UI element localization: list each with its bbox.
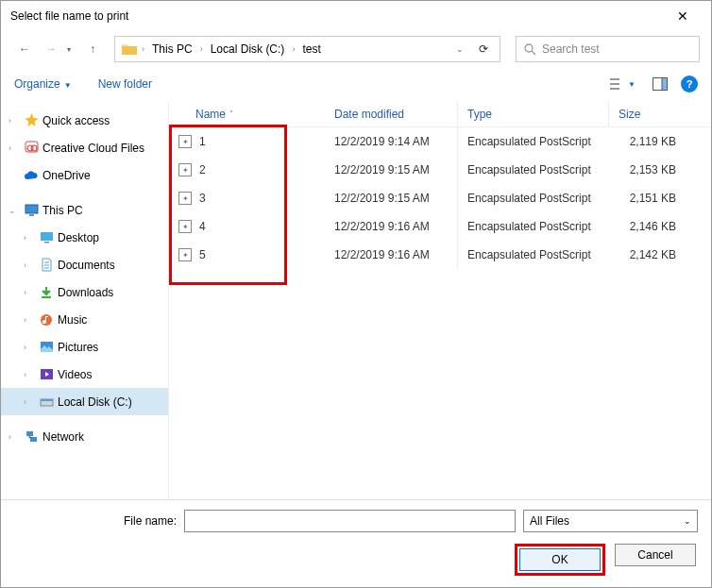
network-icon (22, 430, 41, 443)
up-icon[interactable]: ↑ (82, 39, 103, 59)
view-menu-icon[interactable] (605, 74, 628, 94)
sidebar-item-documents[interactable]: ›Documents (1, 251, 168, 278)
sidebar-item-quick-access[interactable]: › Quick access (1, 107, 168, 134)
chevron-right-icon[interactable]: › (24, 397, 37, 407)
sidebar-item-network[interactable]: ›Network (1, 423, 168, 450)
file-size: 2,119 KB (608, 135, 693, 148)
chevron-right-icon[interactable]: › (198, 44, 205, 54)
sidebar-item-local-disk[interactable]: ›Local Disk (C:) (1, 388, 168, 415)
cancel-button[interactable]: Cancel (615, 544, 696, 566)
filename-input[interactable] (184, 510, 516, 532)
file-row[interactable]: ✦312/2/2019 9:15 AMEncapsulated PostScri… (169, 184, 711, 212)
ok-button[interactable]: OK (519, 548, 601, 571)
forward-icon[interactable]: → (41, 39, 61, 59)
sidebar-item-onedrive[interactable]: OneDrive (1, 161, 168, 189)
document-icon (37, 258, 56, 272)
chevron-down-icon: ▼ (64, 81, 72, 90)
chevron-down-icon: ⌄ (684, 516, 691, 526)
chevron-right-icon[interactable]: › (24, 233, 37, 243)
organize-button[interactable]: Organize▼ (14, 77, 72, 91)
cloud-icon (22, 170, 41, 181)
file-icon: ✦ (178, 248, 192, 261)
file-type: Encapsulated PostScript (457, 212, 608, 241)
file-size: 2,142 KB (608, 248, 693, 261)
svg-rect-3 (662, 78, 668, 91)
file-list: ✦112/2/2019 9:14 AMEncapsulated PostScri… (169, 127, 711, 499)
file-icon: ✦ (178, 220, 192, 233)
file-type: Encapsulated PostScript (457, 127, 608, 156)
file-size: 2,146 KB (608, 220, 693, 233)
help-icon[interactable]: ? (681, 76, 698, 92)
crumb-localdisk[interactable]: Local Disk (C:) (205, 42, 291, 56)
file-icon: ✦ (178, 163, 192, 176)
col-size[interactable]: Size (608, 101, 693, 126)
file-name: 2 (199, 163, 206, 176)
chevron-right-icon[interactable]: › (8, 116, 22, 126)
file-date: 12/2/2019 9:14 AM (325, 135, 457, 148)
crumb-thispc[interactable]: This PC (146, 42, 198, 56)
recent-dropdown-icon[interactable]: ▾ (67, 45, 71, 54)
star-icon (22, 113, 41, 127)
chevron-right-icon[interactable]: › (24, 370, 37, 379)
chevron-down-icon[interactable]: ▼ (628, 80, 636, 89)
sidebar-item-music[interactable]: ›Music (1, 306, 168, 333)
svg-rect-15 (41, 399, 53, 401)
svg-rect-10 (44, 242, 49, 244)
file-size: 2,153 KB (608, 163, 693, 176)
sidebar-item-videos[interactable]: ›Videos (1, 361, 168, 388)
chevron-right-icon[interactable]: › (8, 143, 22, 153)
address-bar[interactable]: › This PC › Local Disk (C:) › test ⌄ ⟳ (114, 36, 500, 62)
svg-rect-16 (26, 431, 33, 436)
col-name[interactable]: Name˄ (169, 108, 325, 121)
chevron-right-icon[interactable]: › (8, 432, 22, 442)
chevron-right-icon[interactable]: › (24, 288, 37, 297)
file-type: Encapsulated PostScript (457, 156, 608, 184)
sidebar-item-creative-cloud[interactable]: › Creative Cloud Files (1, 134, 168, 161)
chevron-right-icon[interactable]: › (24, 315, 37, 325)
sidebar-item-desktop[interactable]: ›Desktop (1, 224, 168, 251)
refresh-icon[interactable]: ⟳ (471, 42, 496, 56)
filename-label: File name: (14, 514, 177, 528)
file-row[interactable]: ✦112/2/2019 9:14 AMEncapsulated PostScri… (169, 127, 711, 156)
col-type[interactable]: Type (457, 101, 608, 126)
toolbar: Organize▼ New folder ▼ ? (1, 67, 711, 101)
back-icon[interactable]: ← (14, 39, 35, 59)
sidebar: › Quick access › Creative Cloud Files On… (1, 101, 169, 499)
body: › Quick access › Creative Cloud Files On… (1, 101, 711, 499)
pictures-icon (37, 341, 56, 353)
download-icon (37, 286, 56, 299)
chevron-right-icon[interactable]: › (24, 260, 37, 270)
preview-pane-icon[interactable] (649, 74, 671, 94)
chevron-right-icon[interactable]: › (140, 44, 146, 54)
disk-icon (37, 396, 56, 408)
sidebar-item-pictures[interactable]: ›Pictures (1, 333, 168, 361)
videos-icon (37, 368, 56, 380)
new-folder-button[interactable]: New folder (98, 77, 152, 91)
chevron-right-icon[interactable]: › (24, 343, 37, 352)
file-type-filter[interactable]: All Files ⌄ (523, 510, 698, 532)
file-dialog: Select file name to print ✕ ← → ▾ ↑ › Th… (0, 0, 712, 588)
nav-row: ← → ▾ ↑ › This PC › Local Disk (C:) › te… (1, 31, 711, 67)
sort-indicator-icon: ˄ (229, 109, 233, 118)
close-icon[interactable]: ✕ (664, 8, 702, 24)
file-pane: Name˄ Date modified Type Size ✦112/2/201… (169, 101, 711, 499)
file-row[interactable]: ✦512/2/2019 9:16 AMEncapsulated PostScri… (169, 241, 711, 269)
col-date[interactable]: Date modified (325, 108, 457, 121)
file-icon: ✦ (178, 192, 192, 205)
search-placeholder: Search test (542, 42, 600, 56)
address-dropdown-icon[interactable]: ⌄ (449, 44, 471, 54)
search-input[interactable]: Search test (516, 36, 700, 62)
file-type: Encapsulated PostScript (457, 184, 608, 212)
creative-cloud-icon (22, 141, 41, 155)
sidebar-item-downloads[interactable]: ›Downloads (1, 278, 168, 306)
file-row[interactable]: ✦212/2/2019 9:15 AMEncapsulated PostScri… (169, 156, 711, 184)
desktop-icon (37, 231, 56, 244)
chevron-down-icon[interactable]: ⌄ (8, 206, 22, 215)
file-row[interactable]: ✦412/2/2019 9:16 AMEncapsulated PostScri… (169, 212, 711, 241)
crumb-test[interactable]: test (297, 42, 326, 56)
button-row: OK Cancel (14, 544, 698, 576)
sidebar-item-this-pc[interactable]: ⌄ This PC (1, 196, 168, 224)
folder-icon (119, 42, 140, 56)
chevron-right-icon[interactable]: › (290, 44, 297, 54)
svg-line-1 (532, 51, 535, 55)
